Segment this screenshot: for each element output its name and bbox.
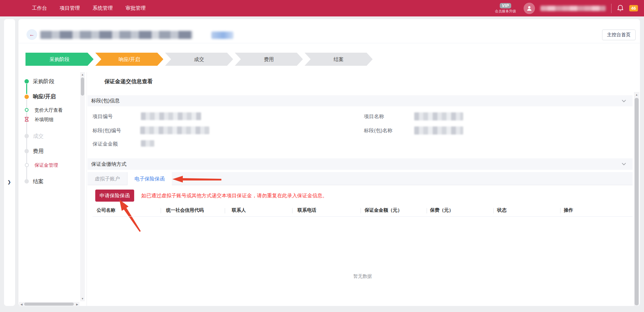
username-redacted[interactable] (540, 6, 606, 11)
sidebar-item-deposit-management[interactable]: 保证金管理 (35, 162, 58, 168)
col-header-actions: 操作 (564, 207, 573, 213)
sidebar-item-bidding-hall-view[interactable]: 竞价大厅查看 (35, 107, 63, 113)
field-value-package-number-redacted (140, 126, 209, 134)
step-response-open[interactable]: 响应/开启 (95, 53, 163, 66)
field-label-project-name: 项目名称 (364, 113, 384, 120)
status-tag-redacted (211, 32, 233, 39)
field-label-package-name: 标段(包)名称 (364, 127, 392, 134)
sidebar-item-supplement-detail[interactable]: 补填明细 (35, 117, 53, 123)
field-value-deposit-amount-redacted (141, 140, 154, 147)
dot-icon-fees (24, 149, 29, 153)
sidebar-item-fees[interactable]: 费用 (33, 148, 44, 155)
sidebar-item-deal[interactable]: 成交 (33, 133, 44, 140)
user-icon (526, 5, 532, 11)
col-header-status: 状态 (497, 207, 506, 213)
column-divider (161, 208, 161, 213)
step-closing[interactable]: 结案 (305, 53, 373, 66)
step-deal[interactable]: 成交 (165, 53, 233, 66)
column-divider (560, 208, 560, 213)
user-avatar[interactable] (524, 3, 535, 14)
chevron-down-icon[interactable] (622, 163, 626, 165)
notification-count-badge[interactable]: 46 (629, 5, 638, 11)
column-divider (361, 208, 361, 213)
step-procurement-phase[interactable]: 采购阶段 (25, 53, 94, 66)
field-value-project-name-redacted (414, 112, 463, 120)
section2-title: 保证金缴纳方式 (91, 161, 126, 167)
field-value-project-number-redacted (141, 112, 201, 120)
sidebar-item-response-open[interactable]: 响应/开启 (33, 93, 56, 100)
field-label-package-number: 标段(包)编号 (93, 127, 121, 134)
page-title: 保证金递交信息查看 (104, 78, 153, 85)
section1-title: 标段(包)信息 (91, 98, 120, 104)
scroll-up-icon[interactable]: ▲ (634, 93, 639, 97)
col-header-contact-person: 联系人 (232, 207, 246, 213)
menu-item-system-management[interactable]: 系统管理 (93, 5, 113, 11)
apply-insurance-guarantee-button[interactable]: 申请保险保函 (95, 190, 134, 202)
tab-virtual-sub-account[interactable]: 虚拟子账户 (88, 172, 127, 185)
scroll-down-icon[interactable]: ▼ (80, 297, 85, 301)
dot-icon-response (24, 95, 29, 99)
col-header-company-name: 公司名称 (97, 207, 115, 213)
project-title-redacted (40, 31, 193, 39)
col-header-contact-phone: 联系电话 (298, 207, 316, 213)
step-fees[interactable]: 费用 (235, 53, 303, 66)
vip-icon: VIP (500, 3, 512, 8)
sidebar-item-closing[interactable]: 结案 (33, 178, 44, 185)
navbar-right: VIP 会员服务升级 46 (495, 0, 638, 16)
main-menu: 工作台 项目管理 系统管理 审批管理 (32, 0, 146, 16)
section-deposit-payment-method[interactable]: 保证金缴纳方式 (88, 158, 633, 170)
col-header-social-credit-code: 统一社会信用代码 (166, 207, 204, 213)
column-divider (493, 208, 494, 213)
dot-icon-procurement (24, 79, 29, 84)
sidebar-vertical-scrollbar[interactable] (80, 72, 85, 301)
content-scroll-thumb[interactable] (635, 98, 639, 305)
vip-caption: 会员服务升级 (495, 9, 516, 14)
sidebar-scroll-thumb[interactable] (81, 77, 84, 96)
dot-icon-deal (24, 134, 29, 138)
sidebar-item-procurement-phase[interactable]: 采购阶段 (33, 78, 54, 85)
col-header-deposit-amount-yuan: 保证金金额（元） (365, 207, 402, 213)
field-label-deposit-amount: 保证金金额 (93, 141, 118, 147)
menu-item-workbench[interactable]: 工作台 (32, 5, 47, 11)
menu-item-project-management[interactable]: 项目管理 (60, 5, 80, 11)
scroll-left-icon[interactable]: ◀ (19, 303, 24, 307)
field-value-package-name-redacted (414, 126, 463, 135)
ring-icon-bidding-hall (25, 108, 29, 112)
column-divider (427, 208, 427, 213)
table-header-border (93, 216, 633, 217)
menu-item-approval-management[interactable]: 审批管理 (125, 5, 146, 11)
vip-upgrade[interactable]: VIP 会员服务升级 (495, 3, 516, 14)
console-home-button[interactable]: 主控台首页 (602, 30, 636, 40)
hourglass-icon (24, 117, 29, 122)
bell-icon[interactable] (617, 4, 624, 12)
top-navbar: 工作台 项目管理 系统管理 审批管理 VIP 会员服务升级 46 (0, 0, 644, 16)
tab-electronic-insurance-guarantee[interactable]: 电子保险保函 (127, 172, 172, 187)
chevron-down-icon[interactable] (622, 100, 626, 102)
sidebar-hscroll-thumb[interactable] (24, 303, 74, 306)
section-bid-package-info[interactable]: 标段(包)信息 (88, 95, 633, 106)
navbar-divider (611, 4, 611, 13)
col-header-premium-yuan: 保费（元） (430, 207, 453, 213)
column-divider (292, 208, 292, 213)
ring-icon-deposit (25, 163, 29, 167)
timeline-segment-green (26, 84, 27, 94)
column-divider (225, 208, 225, 213)
screen: 工作台 项目管理 系统管理 审批管理 VIP 会员服务升级 46 ❯ (0, 0, 644, 312)
field-label-project-number: 项目编号 (93, 113, 113, 120)
empty-table-placeholder: 暂无数据 (93, 273, 633, 279)
sidebar-content-divider (87, 72, 87, 306)
back-arrow-icon: ← (29, 32, 35, 38)
scroll-right-icon[interactable]: ▶ (75, 303, 79, 307)
scroll-up-icon[interactable]: ▲ (80, 73, 85, 77)
expand-chevron-icon[interactable]: ❯ (7, 179, 11, 185)
back-button[interactable]: ← (26, 29, 37, 40)
left-collapse-panel: ❯ (4, 19, 15, 306)
header-divider (18, 43, 640, 43)
duplicate-deposit-warning: 如已通过虚拟子账号或其他方式递交本项目保证金，请勿重复在此录入保证金信息。 (141, 193, 327, 199)
dot-icon-closing (24, 179, 29, 184)
